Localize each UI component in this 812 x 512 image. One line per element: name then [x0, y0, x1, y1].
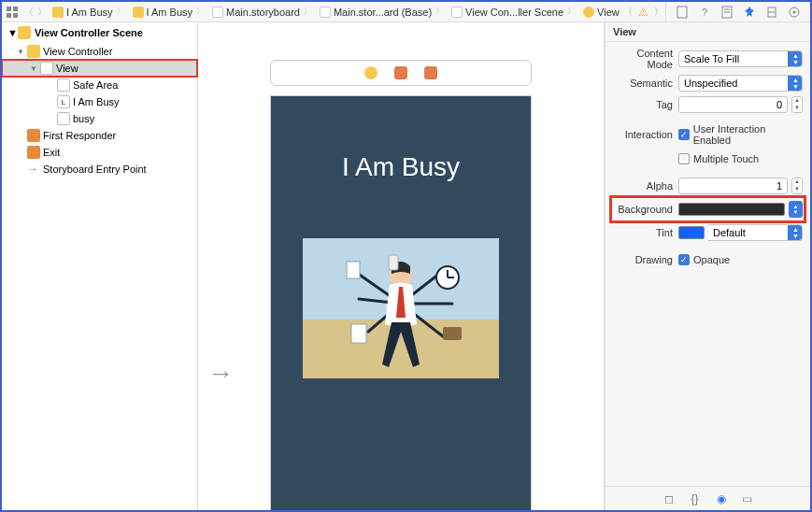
- exit-icon: [27, 146, 40, 159]
- breadcrumb-item[interactable]: I Am Busy〉: [49, 6, 129, 18]
- breadcrumb: I Am Busy〉 I Am Busy〉 Main.storyboard〉 M…: [49, 6, 621, 18]
- tree-label: View: [56, 63, 78, 74]
- connections-inspector-icon[interactable]: [788, 6, 801, 19]
- breadcrumb-label: View Con...ller Scene: [465, 7, 563, 18]
- drawing-row: Drawing Opaque: [613, 251, 803, 268]
- breadcrumb-item[interactable]: Main.storyboard〉: [208, 6, 316, 18]
- tag-stepper[interactable]: ▲▼: [791, 96, 803, 113]
- exit-dock-icon[interactable]: [424, 66, 437, 79]
- background-color-well[interactable]: [678, 203, 785, 216]
- size-inspector-icon[interactable]: [765, 6, 778, 19]
- content-mode-row: Content Mode Scale To Fill▲▼: [613, 48, 803, 70]
- field-label: Drawing: [613, 254, 678, 265]
- opaque-checkbox[interactable]: [678, 254, 690, 265]
- nav-forward-button[interactable]: 〉: [36, 6, 49, 19]
- nav-back-button[interactable]: 〈: [22, 6, 36, 19]
- multiple-touch-checkbox[interactable]: [678, 153, 690, 164]
- file-inspector-icon[interactable]: [676, 6, 689, 19]
- svg-rect-24: [351, 324, 366, 343]
- alpha-stepper[interactable]: ▲▼: [791, 178, 803, 194]
- firstresponder-dock-icon[interactable]: [394, 66, 407, 79]
- tint-color-swatch[interactable]: [678, 226, 705, 239]
- tree-row-safearea[interactable]: Safe Area: [2, 77, 197, 93]
- outline-header: ▼ View Controller Scene: [2, 22, 197, 43]
- tree-row-entrypoint[interactable]: → Storyboard Entry Point: [2, 161, 197, 178]
- svg-rect-23: [443, 327, 462, 340]
- checkbox-label: Multiple Touch: [693, 153, 759, 164]
- safearea-icon: [57, 78, 70, 92]
- field-label: Tag: [613, 99, 678, 110]
- help-inspector-icon[interactable]: ?: [698, 6, 711, 19]
- scene-icon: [18, 26, 31, 39]
- semantic-select[interactable]: Unspecified▲▼: [678, 75, 803, 92]
- filter-snippets-icon[interactable]: {}: [689, 492, 702, 505]
- select-value: Scale To Fill: [684, 53, 739, 64]
- breadcrumb-item[interactable]: View Con...ller Scene〉: [448, 6, 579, 18]
- folder-icon: [133, 7, 144, 18]
- field-label: Interaction: [613, 129, 678, 140]
- library-filter-bar: ◻ {} ◉ ▭: [605, 486, 810, 510]
- warning-icon[interactable]: ⚠: [638, 6, 648, 19]
- breadcrumb-item[interactable]: View Controller〉: [579, 6, 621, 18]
- root-view[interactable]: I Am Busy: [270, 95, 532, 510]
- scene-device[interactable]: I Am Busy: [270, 60, 532, 510]
- breadcrumb-item[interactable]: I Am Busy〉: [129, 6, 209, 18]
- tree-row-image[interactable]: busy: [2, 110, 197, 127]
- background-popup-button[interactable]: ▲▼: [789, 201, 803, 218]
- firstresponder-icon: [27, 129, 40, 142]
- crumb-next-button[interactable]: 〉: [652, 6, 665, 19]
- tree-row-exit[interactable]: Exit: [2, 144, 197, 161]
- content-mode-select[interactable]: Scale To Fill▲▼: [678, 50, 803, 67]
- tint-select[interactable]: Default▲▼: [708, 224, 803, 241]
- identity-inspector-icon[interactable]: [720, 6, 734, 19]
- related-items-icon[interactable]: [6, 6, 19, 19]
- crumb-prev-button[interactable]: 〈: [621, 6, 634, 19]
- disclosure-icon[interactable]: ▼: [7, 27, 18, 38]
- svg-rect-22: [347, 262, 360, 278]
- view-icon: [40, 62, 53, 75]
- inspector-section-header: View: [605, 22, 810, 42]
- breadcrumb-item[interactable]: Main.stor...ard (Base)〉: [316, 6, 448, 18]
- viewcontroller-icon: [27, 45, 40, 58]
- multitouch-row: Multiple Touch: [613, 150, 803, 167]
- field-label: Alpha: [613, 180, 678, 192]
- folder-icon: [52, 7, 64, 18]
- viewcontroller-icon: [583, 7, 594, 18]
- entrypoint-icon: →: [27, 163, 40, 176]
- svg-rect-0: [7, 7, 11, 11]
- alpha-input[interactable]: 1: [678, 178, 788, 194]
- storyboard-canvas[interactable]: → I Am Busy: [198, 22, 605, 510]
- checkbox-label: Opaque: [693, 254, 730, 265]
- input-value: 1: [776, 180, 782, 192]
- alpha-row: Alpha 1▲▼: [613, 178, 803, 194]
- tint-row: Tint Default▲▼: [613, 224, 803, 241]
- tree-row-label[interactable]: L I Am Busy: [2, 93, 197, 110]
- tree-label: Safe Area: [73, 79, 118, 91]
- disclosure-icon[interactable]: ▼: [17, 48, 24, 56]
- outline-title: View Controller Scene: [35, 27, 143, 38]
- filter-media-icon[interactable]: ◉: [715, 492, 728, 505]
- storyboard-icon: [212, 7, 223, 18]
- entry-arrow-icon: →: [207, 359, 234, 389]
- attributes-inspector-icon[interactable]: [743, 6, 756, 19]
- checkbox-label: User Interaction Enabled: [693, 123, 803, 146]
- title-label[interactable]: I Am Busy: [342, 152, 460, 182]
- filter-objects-icon[interactable]: ◻: [662, 492, 676, 505]
- user-interaction-checkbox[interactable]: [678, 129, 690, 140]
- tree-row-viewcontroller[interactable]: ▼ View Controller: [2, 43, 197, 60]
- field-label: Background: [613, 204, 678, 215]
- svg-rect-1: [13, 7, 18, 11]
- tree-row-firstresponder[interactable]: First Responder: [2, 127, 197, 144]
- breadcrumb-label: Main.storyboard: [226, 7, 300, 18]
- disclosure-icon[interactable]: ▼: [30, 64, 37, 73]
- tag-input[interactable]: 0: [678, 96, 788, 113]
- tree-row-view[interactable]: ▼ View: [2, 60, 197, 77]
- filter-files-icon[interactable]: ▭: [741, 492, 754, 505]
- tree-label: Storyboard Entry Point: [43, 164, 147, 175]
- select-value: Default: [713, 227, 746, 238]
- busy-imageview[interactable]: [303, 238, 499, 378]
- top-toolbar: 〈 〉 I Am Busy〉 I Am Busy〉 Main.storyboar…: [2, 2, 810, 22]
- svg-rect-25: [389, 255, 398, 270]
- document-outline: ▼ View Controller Scene ▼ View Controlle…: [2, 22, 198, 510]
- viewcontroller-dock-icon[interactable]: [364, 66, 378, 79]
